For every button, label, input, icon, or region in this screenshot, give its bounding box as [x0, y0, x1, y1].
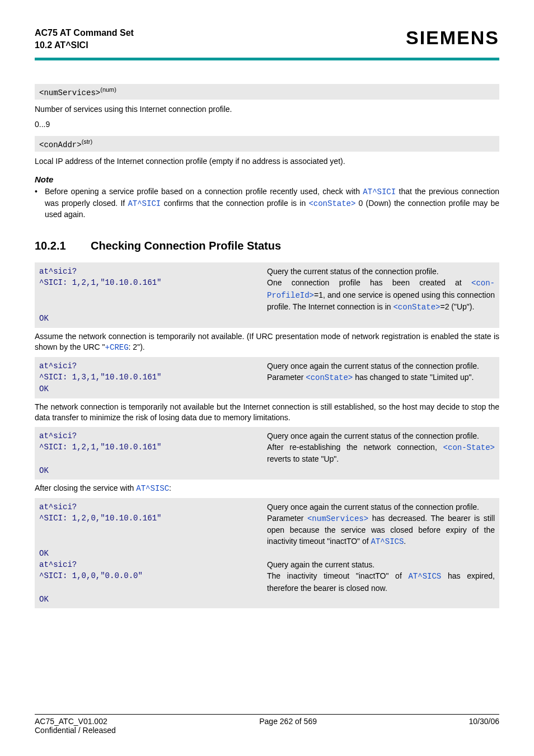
param-conaddr-name: <conAddr>: [39, 140, 82, 149]
footer-row-1: AC75_ATC_V01.002 Page 262 of 569 10/30/0…: [35, 717, 499, 726]
page: AC75 AT Command Set 10.2 AT^SICI SIEMENS…: [0, 0, 534, 756]
footer-center: Page 262 of 569: [259, 717, 317, 726]
text-part: :: [169, 483, 171, 492]
example-block-2: at^sici? Query once again the current st…: [35, 357, 499, 398]
example-row: at^sici? Query the current status of the…: [39, 266, 495, 277]
constate-link[interactable]: <conState>: [306, 373, 353, 382]
at-command: at^sici?: [39, 559, 267, 570]
example-row: at^sici? Query once again the current st…: [39, 360, 495, 372]
text-part: Parameter: [267, 373, 306, 382]
text-part: : 2").: [129, 342, 145, 351]
at-response-desc: Parameter <conState> has changed to stat…: [267, 372, 495, 383]
at-response-desc: One connection profile has been created …: [267, 277, 495, 313]
at-response: ^SICI: 1,3,1,"10.10.0.161": [39, 372, 267, 383]
empty: [267, 383, 495, 395]
brand-logo: SIEMENS: [406, 27, 499, 49]
narrative-3: After closing the service with AT^SISC:: [35, 483, 499, 495]
at-command: at^sici?: [39, 360, 267, 372]
section-title: Checking Connection Profile Status: [91, 240, 281, 252]
param-numservices-name: <numServices>: [39, 88, 100, 97]
page-footer: AC75_ATC_V01.002 Page 262 of 569 10/30/0…: [35, 714, 499, 735]
at-response-desc: Parameter <numServices> has decreased. T…: [267, 513, 495, 548]
at-ok: OK: [39, 594, 267, 605]
param-conaddr-type: (str): [82, 138, 93, 145]
text-part: =2 ("Up").: [440, 302, 474, 311]
text-part: One connection profile has been created …: [267, 278, 471, 287]
text-part: Parameter: [267, 514, 307, 523]
example-row: OK: [39, 465, 495, 476]
at-sics-link[interactable]: AT^SICS: [408, 572, 441, 581]
at-response-desc: The inactivity timeout "inactTO" of AT^S…: [267, 570, 495, 594]
empty: [267, 313, 495, 324]
at-response: ^SICI: 1,2,1,"10.10.0.161": [39, 277, 267, 313]
footer-left: AC75_ATC_V01.002: [35, 717, 107, 726]
empty: [267, 594, 495, 605]
text-part: After closing the service with: [35, 483, 136, 492]
text-part: After re-establishing the network connec…: [267, 443, 443, 452]
at-sics-link[interactable]: AT^SICS: [371, 537, 404, 546]
at-sisc-link[interactable]: AT^SISC: [136, 484, 169, 493]
at-ok: OK: [39, 383, 267, 395]
footer-divider: [35, 714, 499, 715]
bullet-icon: •: [35, 186, 45, 220]
constate-link[interactable]: <conState>: [393, 303, 440, 312]
doc-section-ref: 10.2 AT^SICI: [35, 39, 134, 51]
at-response: ^SICI: 1,0,0,"0.0.0.0": [39, 570, 267, 594]
at-command: at^sici?: [39, 430, 267, 442]
text-part: .: [404, 537, 406, 546]
at-response-desc: Query once again the current status of t…: [267, 360, 495, 372]
at-response-desc: Query once again the current status of t…: [267, 501, 495, 513]
note-item: • Before opening a service profile based…: [35, 186, 499, 220]
param-numservices: <numServices>(num): [35, 84, 499, 100]
section-heading: 10.2.1Checking Connection Profile Status: [35, 240, 499, 252]
narrative-2: The network connection is temporarily no…: [35, 402, 499, 424]
example-block-1: at^sici? Query the current status of the…: [35, 262, 499, 327]
example-row: ^SICI: 1,3,1,"10.10.0.161" Parameter <co…: [39, 372, 495, 383]
at-command: at^sici?: [39, 501, 267, 513]
example-row: OK: [39, 548, 495, 559]
text-part: Assume the network connection is tempora…: [35, 332, 499, 352]
text-part: reverts to state "Up".: [267, 454, 339, 463]
example-row: ^SICI: 1,2,1,"10.10.0.161" After re-esta…: [39, 442, 495, 465]
example-row: ^SICI: 1,2,0,"10.10.0.161" Parameter <nu…: [39, 513, 495, 548]
example-row: OK: [39, 594, 495, 605]
at-response-desc: Query again the current status.: [267, 559, 495, 570]
at-response-desc: Query the current status of the connecti…: [267, 266, 495, 277]
footer-row-2: Confidential / Released: [35, 726, 499, 735]
constate-link[interactable]: <conState>: [308, 199, 355, 208]
example-row: at^sici? Query again the current status.: [39, 559, 495, 570]
param-numservices-desc: Number of services using this Internet c…: [35, 104, 499, 115]
header-divider: [35, 58, 499, 60]
constate-link[interactable]: <con-State>: [443, 443, 495, 452]
example-row: ^SICI: 1,2,1,"10.10.0.161" One connectio…: [39, 277, 495, 313]
example-block-4: at^sici? Query once again the current st…: [35, 498, 499, 609]
footer-confidential: Confidential / Released: [35, 726, 116, 735]
at-sici-link[interactable]: AT^SICI: [128, 199, 161, 208]
narrative-1: Assume the network connection is tempora…: [35, 331, 499, 354]
note-heading: Note: [35, 175, 499, 184]
footer-right: 10/30/06: [469, 717, 499, 726]
example-row: ^SICI: 1,0,0,"0.0.0.0" The inactivity ti…: [39, 570, 495, 594]
at-ok: OK: [39, 548, 267, 559]
at-ok: OK: [39, 465, 267, 476]
note-text-part: Before opening a service profile based o…: [45, 187, 363, 196]
note-text: Before opening a service profile based o…: [45, 186, 499, 220]
example-row: at^sici? Query once again the current st…: [39, 501, 495, 513]
text-part: The inactivity timeout "inactTO" of: [267, 571, 408, 580]
creg-link[interactable]: +CREG: [105, 343, 129, 352]
at-ok: OK: [39, 313, 267, 324]
note-text-part: confirms that the connection profile is …: [161, 199, 308, 208]
example-row: at^sici? Query once again the current st…: [39, 430, 495, 442]
text-part: has changed to state "Limited up".: [353, 373, 474, 382]
example-row: OK: [39, 383, 495, 395]
header-left: AC75 AT Command Set 10.2 AT^SICI: [35, 27, 134, 51]
note-list: • Before opening a service profile based…: [35, 186, 499, 220]
at-command: at^sici?: [39, 266, 267, 277]
at-sici-link[interactable]: AT^SICI: [363, 187, 396, 196]
empty: [267, 548, 495, 559]
param-numservices-range: 0...9: [35, 119, 499, 130]
at-response-desc: After re-establishing the network connec…: [267, 442, 495, 465]
numservices-link[interactable]: <numServices>: [307, 514, 368, 523]
param-numservices-type: (num): [100, 86, 116, 93]
param-conaddr-desc: Local IP address of the Internet connect…: [35, 156, 499, 167]
